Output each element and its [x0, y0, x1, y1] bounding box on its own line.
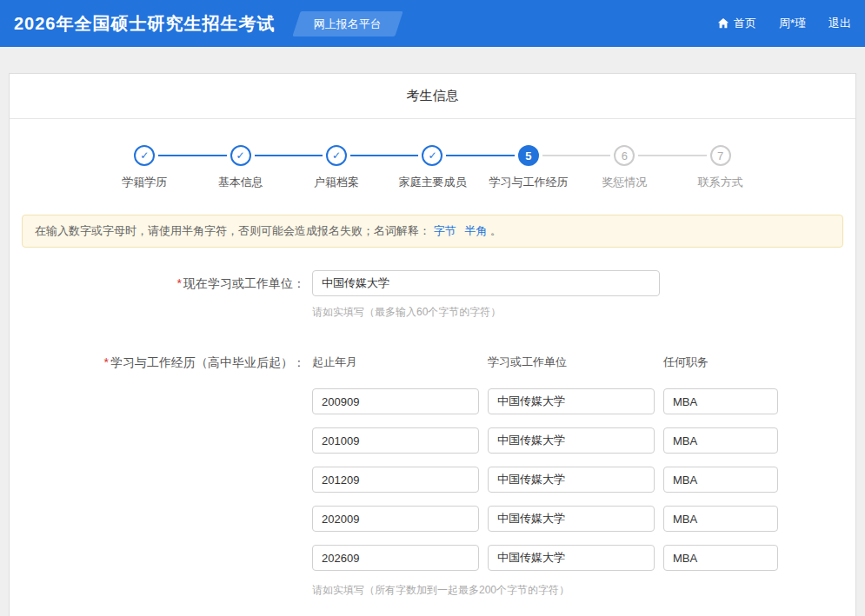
experience-label: *学习与工作经历（高中毕业后起）： — [10, 349, 305, 370]
notice-text: 在输入数字或字母时，请使用半角字符，否则可能会造成报名失败；名词解释： — [35, 224, 430, 237]
experience-period-input-5[interactable] — [312, 545, 479, 571]
page-title: 考生信息 — [10, 74, 855, 119]
experience-period-input-4[interactable] — [312, 506, 479, 532]
current-unit-hint: 请如实填写（最多输入60个字节的字符） — [312, 305, 660, 320]
step-lianxi-fangshi[interactable]: 7 联系方式 — [673, 145, 769, 190]
step-number: 6 — [622, 149, 628, 162]
step-circle: ✓ — [134, 145, 155, 166]
current-unit-label: *现在学习或工作单位： — [10, 270, 305, 291]
experience-unit-input-1[interactable] — [488, 388, 655, 414]
step-label: 家庭主要成员 — [384, 175, 480, 190]
experience-title-input-3[interactable] — [663, 467, 778, 493]
experience-table: 起止年月 学习或工作单位 任何职务 — [312, 349, 778, 571]
step-label: 学籍学历 — [96, 175, 192, 190]
column-header-period: 起止年月 — [312, 349, 479, 370]
candidate-info-card: 考生信息 ✓ 学籍学历 ✓ 基本信息 ✓ 户籍档案 ✓ 家庭主要成员 5 学习与… — [9, 73, 856, 616]
step-jiating-chengyuan[interactable]: ✓ 家庭主要成员 — [384, 145, 480, 190]
experience-unit-input-2[interactable] — [488, 427, 655, 454]
experience-unit-input-5[interactable] — [488, 545, 655, 571]
experience-period-input-3[interactable] — [312, 467, 479, 493]
notice-suffix: 。 — [490, 224, 502, 237]
step-label: 户籍档案 — [289, 175, 384, 190]
check-icon: ✓ — [428, 149, 436, 162]
notice-bar: 在输入数字或字母时，请使用半角字符，否则可能会造成报名失败；名词解释： 字节 半… — [22, 215, 843, 248]
platform-badge-label: 网上报名平台 — [313, 17, 381, 32]
column-header-title: 任何职务 — [663, 349, 778, 370]
step-label: 联系方式 — [673, 175, 769, 190]
current-unit-input[interactable] — [312, 270, 660, 296]
required-mark: * — [177, 276, 182, 290]
step-jiben-xinxi[interactable]: ✓ 基本信息 — [192, 145, 288, 190]
user-link[interactable]: 周*瑾 — [779, 16, 806, 31]
check-icon: ✓ — [332, 149, 341, 162]
step-circle: 7 — [710, 145, 731, 166]
experience-unit-input-3[interactable] — [488, 467, 655, 493]
step-label: 奖惩情况 — [576, 175, 672, 190]
step-huji-dangan[interactable]: ✓ 户籍档案 — [289, 145, 384, 190]
experience-title-input-4[interactable] — [663, 506, 778, 532]
glossary-link-halfwidth[interactable]: 半角 — [464, 224, 487, 237]
glossary-link-byte[interactable]: 字节 — [434, 224, 456, 237]
step-jiangcheng-qingkuang[interactable]: 6 奖惩情况 — [576, 145, 672, 190]
step-number: 7 — [717, 149, 723, 162]
experience-title-input-2[interactable] — [663, 427, 778, 454]
app-header: 2026年全国硕士研究生招生考试 网上报名平台 首页 周*瑾 退出 — [0, 0, 865, 47]
logout-link[interactable]: 退出 — [828, 16, 851, 31]
step-label: 学习与工作经历 — [481, 175, 576, 190]
step-circle: ✓ — [326, 145, 347, 166]
experience-title-input-1[interactable] — [663, 388, 778, 414]
app-title: 2026年全国硕士研究生招生考试 — [14, 12, 276, 36]
home-icon — [717, 17, 729, 30]
experience-hint: 请如实填写（所有字数加到一起最多200个字节的字符） — [312, 583, 778, 598]
step-progress: ✓ 学籍学历 ✓ 基本信息 ✓ 户籍档案 ✓ 家庭主要成员 5 学习与工作经历 … — [10, 119, 855, 190]
step-circle: 5 — [518, 145, 539, 166]
platform-badge: 网上报名平台 — [292, 11, 403, 36]
step-xuexi-gongzuo-jingli[interactable]: 5 学习与工作经历 — [481, 145, 576, 190]
required-mark: * — [104, 355, 109, 369]
step-xueji-xueli[interactable]: ✓ 学籍学历 — [96, 145, 192, 190]
experience-period-input-1[interactable] — [312, 388, 479, 414]
current-unit-row: *现在学习或工作单位： 请如实填写（最多输入60个字节的字符） — [10, 270, 855, 320]
experience-period-input-2[interactable] — [312, 427, 479, 454]
home-link[interactable]: 首页 — [717, 16, 756, 31]
step-circle: 6 — [614, 145, 635, 166]
check-icon: ✓ — [236, 149, 245, 162]
column-header-unit: 学习或工作单位 — [488, 349, 655, 370]
step-circle: ✓ — [422, 145, 442, 166]
step-circle: ✓ — [230, 145, 251, 166]
experience-unit-input-4[interactable] — [488, 506, 655, 532]
step-number: 5 — [525, 149, 531, 162]
experience-row: *学习与工作经历（高中毕业后起）： 起止年月 学习或工作单位 任何职务 — [10, 349, 855, 598]
check-icon: ✓ — [140, 149, 149, 162]
experience-title-input-5[interactable] — [663, 545, 778, 571]
candidate-form: *现在学习或工作单位： 请如实填写（最多输入60个字节的字符） *学习与工作经历… — [10, 270, 855, 616]
step-label: 基本信息 — [192, 175, 288, 190]
home-link-label: 首页 — [734, 16, 756, 31]
